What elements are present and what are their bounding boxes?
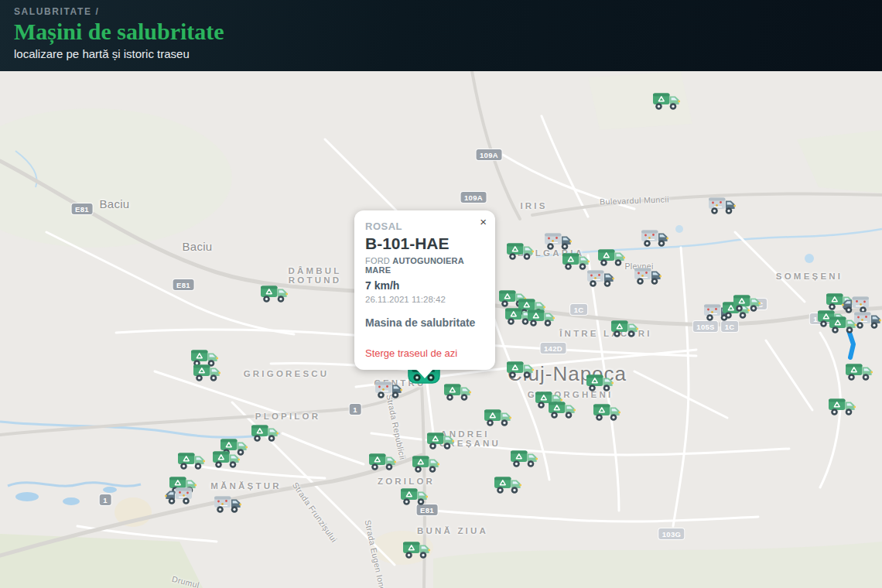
close-icon[interactable]: × <box>480 216 487 227</box>
vehicle-popup: × ROSAL B-101-HAE FORD AUTOGUNOIERA MARE… <box>354 210 495 370</box>
vehicle-make-model: FORD AUTOGUNOIERA MARE <box>365 256 484 275</box>
truck-marker[interactable] <box>426 430 456 452</box>
road-shield: 1 <box>100 494 111 505</box>
truck-marker[interactable] <box>402 539 432 561</box>
truck-marker[interactable] <box>400 486 429 508</box>
truck-marker[interactable] <box>845 361 874 383</box>
truck-marker[interactable] <box>506 241 535 262</box>
truck-marker[interactable] <box>586 372 615 394</box>
truck-marker[interactable] <box>828 396 857 418</box>
truck-marker-inactive[interactable] <box>586 268 616 289</box>
truck-marker[interactable] <box>212 449 241 470</box>
truck-marker[interactable] <box>527 307 556 329</box>
vehicle-make: FORD <box>365 256 390 265</box>
truck-marker[interactable] <box>412 453 441 475</box>
truck-marker[interactable] <box>593 402 622 423</box>
vehicle-type-label: Masina de salubritate <box>365 316 484 329</box>
truck-marker[interactable] <box>251 422 280 444</box>
truck-marker[interactable] <box>443 381 473 403</box>
truck-marker[interactable] <box>177 450 207 472</box>
truck-marker[interactable] <box>652 91 682 112</box>
truck-marker[interactable] <box>193 362 222 384</box>
map[interactable]: BaciuBaciuDÂMBUL ROTUNDGRIGORESCUPLOPILO… <box>0 71 882 588</box>
page-subtitle: localizare pe hartă și istoric traseu <box>14 47 882 60</box>
company-name: ROSAL <box>365 220 484 232</box>
license-plate: B-101-HAE <box>365 234 484 253</box>
road-shield: E81 <box>173 279 194 290</box>
truck-marker[interactable] <box>597 247 627 268</box>
truck-marker-inactive[interactable] <box>634 265 663 287</box>
truck-marker[interactable] <box>510 448 539 470</box>
road-shield: 1 <box>350 404 361 415</box>
truck-marker-inactive[interactable] <box>708 195 737 217</box>
truck-marker[interactable] <box>506 359 535 381</box>
truck-marker[interactable] <box>260 283 289 305</box>
truck-marker-inactive[interactable] <box>544 231 573 252</box>
truck-marker-inactive[interactable] <box>641 227 670 249</box>
last-update-timestamp: 26.11.2021 11:28:42 <box>365 295 484 304</box>
truck-marker-inactive[interactable] <box>853 309 882 331</box>
delete-route-link[interactable]: Sterge traseul de azi <box>365 347 484 359</box>
truck-marker[interactable] <box>548 399 577 421</box>
truck-marker-inactive[interactable] <box>214 494 243 515</box>
truck-marker-inactive[interactable] <box>163 485 193 507</box>
road-shield: 142D <box>541 343 566 354</box>
truck-marker-inactive[interactable] <box>374 379 404 401</box>
vehicle-speed: 7 km/h <box>365 279 484 292</box>
truck-marker[interactable] <box>494 474 523 496</box>
breadcrumb[interactable]: SALUBRITATE / <box>14 6 882 17</box>
road-shield: 109A <box>461 192 487 203</box>
truck-marker[interactable] <box>484 407 513 429</box>
road-shield: 1C <box>570 304 587 315</box>
road-shield: E81 <box>72 203 93 214</box>
truck-marker[interactable] <box>610 318 640 340</box>
page-header: SALUBRITATE / Mașini de salubritate loca… <box>0 0 882 71</box>
truck-marker[interactable] <box>368 451 398 473</box>
truck-marker[interactable] <box>733 292 762 314</box>
page-title: Mașini de salubritate <box>14 19 882 44</box>
road-shield: 109A <box>477 149 502 160</box>
road-shield: 103G <box>658 528 684 539</box>
